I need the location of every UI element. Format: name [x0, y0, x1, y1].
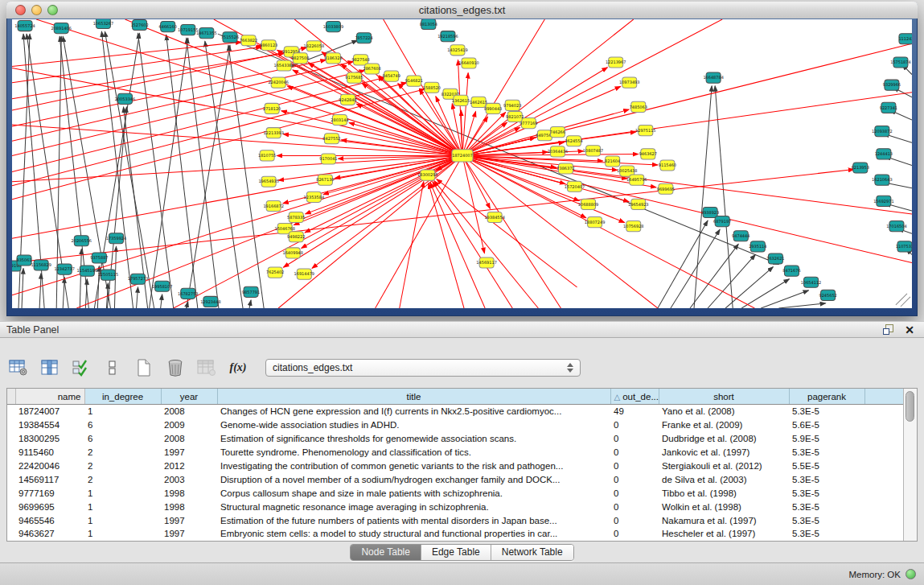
graph-node[interactable]: 2867608 [363, 64, 380, 74]
cell-title[interactable]: Investigating the contribution of common… [217, 459, 610, 473]
table-row[interactable]: 1456911722003Disruption of a novel membe… [7, 472, 903, 486]
cell-indegree[interactable]: 1 [84, 513, 161, 527]
cell-indegree[interactable]: 2 [84, 459, 161, 473]
graph-node[interactable]: 9699695 [657, 183, 675, 194]
graph-node[interactable]: 9860123 [260, 40, 277, 51]
cell-short[interactable]: Tibbo et al. (1998) [659, 486, 789, 500]
cell-year[interactable]: 1997 [161, 446, 217, 459]
cell-title[interactable]: Embryonic stem cells: a model to study s… [217, 527, 610, 541]
graph-node[interactable]: 15751874 [890, 57, 910, 68]
graph-node[interactable]: 8990443 [484, 103, 502, 113]
cell-year[interactable]: 2003 [161, 472, 217, 486]
cell-outde[interactable]: 0 [610, 459, 659, 473]
graph-node[interactable]: 18226058 [304, 41, 324, 51]
table-row[interactable]: 946362711997Embryonic stem cells: a mode… [7, 527, 903, 541]
cell-year[interactable]: 2009 [161, 418, 217, 432]
graph-node[interactable]: 9146821 [405, 76, 423, 86]
graph-node[interactable]: 9175685 [345, 72, 363, 83]
graph-node[interactable]: 935061 [16, 255, 31, 266]
graph-node[interactable]: 20053346 [115, 93, 135, 104]
rows-icon[interactable] [102, 358, 123, 377]
cell-pagerank[interactable]: 5.3E-5 [789, 486, 864, 500]
cell-pagerank[interactable]: 5.3E-5 [789, 472, 864, 486]
graph-node[interactable]: 746266 [550, 127, 565, 138]
cell-short[interactable]: Dudbridge et al. (2008) [659, 432, 789, 446]
table-row[interactable]: 1938455462009Genome-wide association stu… [7, 418, 903, 432]
graph-node[interactable]: 8471676 [782, 266, 800, 276]
cell-short[interactable]: Hescheler et al. (1997) [659, 527, 789, 541]
trash-icon[interactable] [165, 358, 186, 377]
graph-node[interactable]: 19958107 [152, 281, 172, 291]
cell-year[interactable]: 1997 [161, 513, 217, 527]
cell-indegree[interactable]: 6 [84, 418, 161, 432]
cell-name[interactable]: 9699695 [15, 500, 84, 513]
graph-node[interactable]: 14055724 [14, 21, 35, 31]
cell-year[interactable]: 1997 [161, 527, 217, 541]
table-row[interactable]: 2242004622012Investigating the contribut… [7, 459, 903, 473]
graph-node[interactable]: 22420046 [268, 77, 288, 88]
graph-node[interactable]: 15692971 [873, 196, 893, 206]
cell-pagerank[interactable]: 5.3E-5 [789, 446, 864, 459]
select-rows-icon[interactable] [71, 358, 92, 377]
column-header-out-degree[interactable]: △out_de... [610, 389, 659, 405]
graph-node[interactable]: 8454749 [383, 71, 400, 81]
graph-node[interactable]: 9375887 [90, 253, 108, 263]
graph-node[interactable]: 7386372 [556, 163, 574, 174]
cell-year[interactable]: 2008 [161, 432, 217, 446]
graph-node[interactable]: 18807249 [585, 217, 605, 228]
graph-node[interactable]: 11545194 [77, 266, 97, 276]
float-panel-icon[interactable] [883, 324, 893, 335]
cell-name[interactable]: 22420046 [15, 459, 84, 473]
graph-node[interactable]: 14671355 [196, 28, 216, 39]
cell-short[interactable]: Stergiakouli et al. (2012) [659, 459, 789, 473]
cell-indegree[interactable]: 2 [84, 446, 161, 459]
graph-node[interactable]: 9170041 [319, 154, 337, 164]
graph-node[interactable]: 9463627 [639, 149, 657, 159]
graph-node[interactable]: 9474444 [732, 231, 749, 241]
graph-node[interactable]: 12923448 [200, 296, 220, 307]
graph-node[interactable]: 16782753 [178, 288, 198, 299]
graph-node[interactable]: 18300295 [417, 170, 437, 180]
cell-title[interactable]: Estimation of significance thresholds fo… [217, 432, 610, 446]
graph-node[interactable]: 5878335 [287, 212, 305, 223]
memory-ok-indicator[interactable] [906, 569, 916, 579]
table-selector-dropdown[interactable]: citations_edges.txt [265, 359, 581, 377]
graph-node[interactable]: 8427552 [322, 134, 340, 144]
cell-title[interactable]: Genome-wide association studies in ADHD. [217, 418, 610, 432]
close-window-button[interactable] [15, 5, 26, 15]
cell-pagerank[interactable]: 5.3E-5 [789, 513, 864, 527]
cell-outde[interactable]: 0 [610, 486, 659, 500]
graph-node[interactable]: 2803144 [331, 114, 348, 125]
graph-node[interactable]: 16033809 [323, 22, 343, 32]
graph-node[interactable]: 7485063 [630, 101, 647, 112]
column-header-year[interactable]: year [161, 389, 217, 405]
graph-node[interactable]: 19384554 [484, 212, 504, 223]
cell-name[interactable]: 9115460 [15, 446, 84, 459]
tab-node-table[interactable]: Node Table [351, 545, 421, 560]
cell-title[interactable]: Estimation of the future numbers of pati… [217, 513, 610, 527]
cell-pagerank[interactable]: 5.9E-5 [789, 432, 864, 446]
graph-node[interactable]: 12975115 [635, 126, 655, 136]
cell-pagerank[interactable]: 5.6E-5 [789, 418, 864, 432]
cell-name[interactable]: 9463627 [15, 527, 84, 541]
vertical-scrollbar[interactable] [903, 389, 917, 541]
graph-node[interactable]: 821604 [605, 156, 620, 167]
graph-node[interactable]: 9794023 [503, 100, 521, 110]
graph-node[interactable]: 1527602 [130, 20, 148, 31]
cell-title[interactable]: Disruption of a novel member of a sodium… [217, 472, 610, 486]
graph-node[interactable]: 8213953 [852, 163, 869, 173]
graph-node[interactable]: 6466160 [159, 22, 177, 32]
cell-short[interactable]: Jankovic et al. (1997) [659, 446, 789, 459]
cell-short[interactable]: Wolkin et al. (1998) [659, 500, 789, 513]
graph-node[interactable]: 10654112 [801, 277, 821, 287]
close-panel-icon[interactable]: ✕ [905, 324, 914, 336]
graph-node[interactable]: 8186328 [324, 53, 342, 64]
cell-outde[interactable]: 0 [610, 432, 659, 446]
graph-node[interactable]: 16914479 [294, 269, 314, 279]
cell-pagerank[interactable]: 5.3E-5 [789, 500, 864, 513]
table-settings-icon[interactable] [8, 358, 29, 377]
table-column-icon[interactable] [39, 358, 60, 377]
minimize-window-button[interactable] [31, 5, 42, 15]
graph-node[interactable]: 10719155 [178, 25, 198, 35]
cell-indegree[interactable]: 1 [84, 405, 161, 418]
